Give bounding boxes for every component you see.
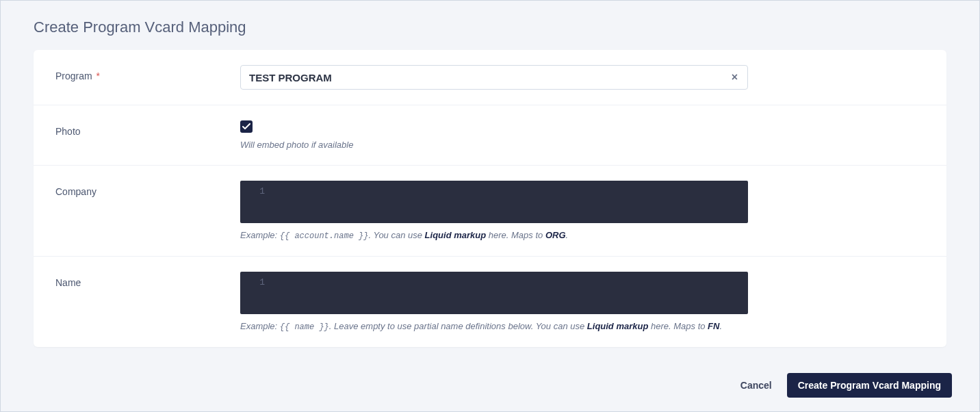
hint-text: Example: [240,321,280,331]
page-title: Create Program Vcard Mapping [34,18,946,36]
liquid-markup-link[interactable]: Liquid markup [425,230,487,240]
label-program-text: Program [55,70,92,81]
row-company: Company 1 Example: {{ account.name }}. Y… [34,166,946,257]
name-editor[interactable]: 1 [240,272,748,314]
clear-icon[interactable]: × [729,68,740,86]
hint-text: here. Maps to [486,230,545,240]
liquid-markup-link[interactable]: Liquid markup [587,321,649,331]
program-select-value: TEST PROGRAM [249,72,332,83]
hint-text: Example: [240,230,280,240]
hint-text: . Leave empty to use partial name defini… [329,321,587,331]
submit-button[interactable]: Create Program Vcard Mapping [787,373,952,398]
company-editor[interactable]: 1 [240,181,748,223]
photo-checkbox[interactable] [240,120,253,133]
hint-text: . [566,230,569,240]
required-star-icon: * [96,70,100,81]
program-select[interactable]: TEST PROGRAM × [240,65,748,90]
line-number: 1 [254,186,265,196]
photo-hint: Will embed photo if available [240,140,748,150]
name-hint: Example: {{ name }}. Leave empty to use … [240,321,748,332]
label-program: Program * [55,65,240,90]
line-number: 1 [254,277,265,287]
label-photo: Photo [55,120,240,150]
check-icon [242,123,250,130]
hint-text: here. Maps to [648,321,708,331]
hint-text: . You can use [368,230,424,240]
label-company: Company [55,181,240,241]
row-photo: Photo Will embed photo if available [34,105,946,166]
cancel-button[interactable]: Cancel [740,380,772,391]
label-name: Name [55,272,240,332]
hint-code: {{ name }} [280,322,329,332]
row-program: Program * TEST PROGRAM × [34,50,946,105]
hint-code: {{ account.name }} [280,231,369,241]
vcard-field-link[interactable]: ORG [545,230,566,240]
hint-text: . [719,321,722,331]
company-hint: Example: {{ account.name }}. You can use… [240,230,748,241]
row-name: Name 1 Example: {{ name }}. Leave empty … [34,257,946,347]
form-card: Program * TEST PROGRAM × Photo Will embe… [34,50,946,347]
footer-actions: Cancel Create Program Vcard Mapping [740,373,952,398]
vcard-field-link[interactable]: FN [708,321,719,331]
